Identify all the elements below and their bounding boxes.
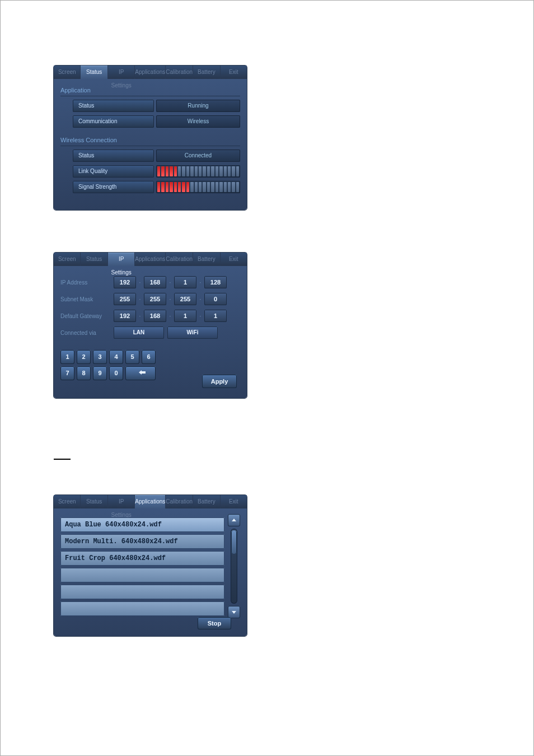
key-7[interactable]: 7 <box>60 366 74 380</box>
screenshot-applications: Screen Status IP Settings Applications C… <box>54 495 247 636</box>
mask-octet[interactable]: 0 <box>204 293 227 305</box>
underline-mark <box>54 459 71 460</box>
key-9[interactable]: 9 <box>93 366 107 380</box>
label-signal-strength: Signal Strength <box>73 181 154 193</box>
group-wireless: Wireless Connection <box>60 137 240 143</box>
application-list: Aqua Blue 640x480x24.wdf Modern Multi. 6… <box>60 517 224 618</box>
mask-octet[interactable]: 255 <box>114 293 136 305</box>
scroll-down-button[interactable] <box>228 606 240 618</box>
bar-link-quality <box>156 165 240 178</box>
list-item[interactable]: Modern Multi. 640x480x24.wdf <box>60 534 224 549</box>
tab-status[interactable]: Status <box>81 253 107 266</box>
tab-ipsettings[interactable]: IP Settings <box>108 495 135 508</box>
tab-calibration[interactable]: Calibration <box>166 495 193 508</box>
bar-signal-strength <box>156 181 240 193</box>
label-wireless-status: Status <box>73 150 154 162</box>
tab-screen[interactable]: Screen <box>54 66 81 79</box>
ip-octet[interactable]: 128 <box>204 276 227 288</box>
tab-exit[interactable]: Exit <box>221 253 247 266</box>
ip-octet[interactable]: 1 <box>174 276 196 288</box>
tab-battery[interactable]: Battery <box>193 253 220 266</box>
scroll-up-button[interactable] <box>228 514 240 526</box>
tab-exit[interactable]: Exit <box>221 495 247 508</box>
apply-button[interactable]: Apply <box>202 375 237 388</box>
back-arrow-icon <box>135 370 146 375</box>
key-0[interactable]: 0 <box>109 366 123 380</box>
key-4[interactable]: 4 <box>109 350 123 364</box>
tab-calibration[interactable]: Calibration <box>166 66 193 79</box>
list-item[interactable]: . <box>60 585 224 599</box>
wifi-button[interactable]: WiFi <box>167 326 218 339</box>
lan-button[interactable]: LAN <box>114 326 164 339</box>
list-item[interactable]: Aqua Blue 640x480x24.wdf <box>60 517 224 532</box>
label-communication: Communication <box>73 115 154 128</box>
tab-screen[interactable]: Screen <box>54 253 81 266</box>
gw-octet[interactable]: 192 <box>114 310 136 322</box>
list-item[interactable]: Fruit Crop 640x480x24.wdf <box>60 551 224 566</box>
page: { "tabs": ["Screen","Status","IP Setting… <box>0 0 534 756</box>
key-backspace[interactable] <box>125 366 156 380</box>
key-6[interactable]: 6 <box>142 350 156 364</box>
list-item[interactable]: . <box>60 601 224 616</box>
label-link-quality: Link Quality <box>73 165 154 178</box>
mask-octet[interactable]: 255 <box>144 293 166 305</box>
tab-ipsettings[interactable]: IP Settings <box>108 253 135 266</box>
tab-exit[interactable]: Exit <box>221 66 247 79</box>
key-5[interactable]: 5 <box>125 350 139 364</box>
tab-ipsettings[interactable]: IP Settings <box>108 66 135 79</box>
tab-applications[interactable]: Applications <box>135 66 166 79</box>
gw-octet[interactable]: 1 <box>174 310 196 322</box>
chevron-down-icon <box>231 609 237 615</box>
screenshot-ipsettings: Screen Status IP Settings Applications C… <box>54 253 247 398</box>
ip-octet[interactable]: 168 <box>144 276 166 288</box>
scrollbar[interactable] <box>228 514 240 618</box>
label-subnet-mask: Subnet Mask <box>60 296 114 302</box>
tab-battery[interactable]: Battery <box>193 66 220 79</box>
tab-battery[interactable]: Battery <box>193 495 220 508</box>
list-item[interactable]: . <box>60 568 224 582</box>
key-1[interactable]: 1 <box>60 350 74 364</box>
mask-octet[interactable]: 255 <box>174 293 196 305</box>
chevron-up-icon <box>231 517 237 523</box>
label-app-status: Status <box>73 100 154 112</box>
tab-status[interactable]: Status <box>81 66 107 79</box>
label-ip-address: IP Address <box>60 279 114 286</box>
gw-octet[interactable]: 1 <box>204 310 227 322</box>
label-connected-via: Connected via <box>60 330 114 336</box>
key-2[interactable]: 2 <box>77 350 91 364</box>
tab-applications[interactable]: Applications <box>135 495 166 508</box>
tab-applications[interactable]: Applications <box>135 253 166 266</box>
value-app-status: Running <box>156 100 240 112</box>
tab-status[interactable]: Status <box>81 495 107 508</box>
screenshot-status: Screen Status IP Settings Applications C… <box>54 66 247 210</box>
label-default-gateway: Default Gateway <box>60 313 114 319</box>
key-3[interactable]: 3 <box>93 350 107 364</box>
value-wireless-status: Connected <box>156 150 240 162</box>
tab-screen[interactable]: Screen <box>54 495 81 508</box>
scroll-track[interactable] <box>231 529 237 604</box>
tab-bar: Screen Status IP Settings Applications C… <box>54 253 247 266</box>
group-application: Application <box>60 87 240 94</box>
gw-octet[interactable]: 168 <box>144 310 166 322</box>
tab-bar: Screen Status IP Settings Applications C… <box>54 66 247 79</box>
tab-calibration[interactable]: Calibration <box>166 253 193 266</box>
stop-button[interactable]: Stop <box>198 617 231 629</box>
ip-octet[interactable]: 192 <box>114 276 136 288</box>
scroll-thumb[interactable] <box>231 530 237 554</box>
value-communication: Wireless <box>156 115 240 128</box>
key-8[interactable]: 8 <box>77 366 91 380</box>
tab-bar: Screen Status IP Settings Applications C… <box>54 495 247 508</box>
